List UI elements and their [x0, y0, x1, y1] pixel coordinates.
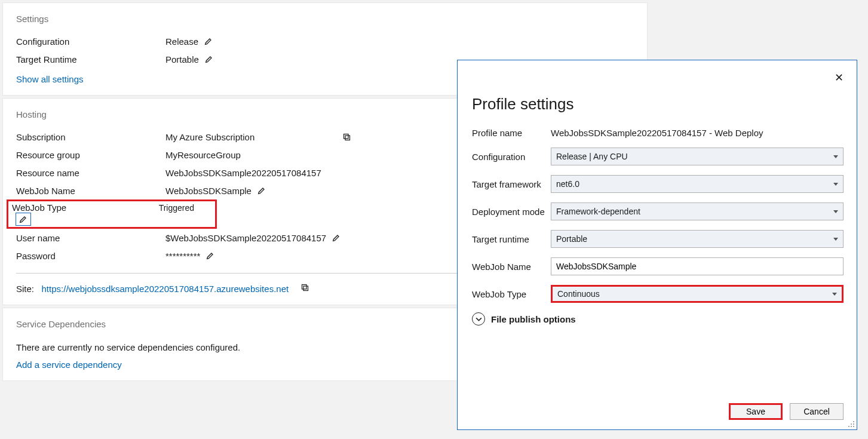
- chevron-down-icon: [833, 183, 838, 186]
- resource-group-label: Resource group: [16, 150, 165, 160]
- target-fw-select[interactable]: net6.0: [551, 175, 844, 193]
- edit-user-name-icon[interactable]: [331, 232, 342, 243]
- resource-group-value: MyResourceGroup: [165, 150, 241, 160]
- config-select-value: Release | Any CPU: [556, 152, 628, 161]
- runtime-label: Target Runtime: [16, 54, 165, 65]
- resource-name-label: Resource name: [16, 168, 165, 178]
- dlg-wj-name-label: WebJob Name: [472, 262, 551, 272]
- site-url-link[interactable]: https://webjobssdksample20220517084157.a…: [42, 284, 289, 294]
- dialog-title: Profile settings: [472, 95, 844, 113]
- chevron-down-icon: [832, 293, 837, 296]
- deploy-mode-label: Deployment mode: [472, 207, 551, 217]
- edit-config-icon[interactable]: [203, 36, 214, 47]
- runtime-value: Portable: [165, 54, 199, 65]
- copy-site-icon[interactable]: [299, 282, 310, 293]
- deploy-mode-select[interactable]: Framework-dependent: [551, 202, 844, 220]
- copy-subscription-icon[interactable]: [341, 131, 352, 142]
- webjob-type-value: Triggered: [159, 203, 194, 213]
- edit-runtime-icon[interactable]: [204, 54, 214, 65]
- edit-webjob-name-icon[interactable]: [256, 185, 267, 196]
- chevron-down-icon: [833, 238, 838, 241]
- resource-name-value: WebJobsSDKSample20220517084157: [165, 168, 321, 178]
- svg-point-5: [851, 423, 852, 425]
- target-rt-label: Target runtime: [472, 234, 551, 244]
- show-all-settings-link[interactable]: Show all settings: [16, 74, 84, 84]
- target-fw-row: Target framework net6.0: [472, 175, 844, 193]
- deploy-mode-value: Framework-dependent: [556, 207, 640, 216]
- webjob-name-input[interactable]: [551, 257, 844, 275]
- svg-rect-1: [343, 134, 348, 139]
- svg-rect-0: [345, 136, 350, 140]
- profile-name-label: Profile name: [472, 128, 551, 138]
- webjob-type-label: WebJob Type: [12, 202, 157, 213]
- svg-point-6: [853, 423, 854, 425]
- edit-password-icon[interactable]: [205, 250, 216, 261]
- chevron-down-icon: [833, 155, 838, 158]
- target-fw-value: net6.0: [556, 179, 579, 189]
- target-rt-value: Portable: [556, 234, 587, 244]
- profile-settings-dialog: ✕ Profile settings Profile name WebJobsS…: [457, 60, 857, 430]
- svg-rect-3: [302, 284, 306, 289]
- password-label: Password: [16, 251, 165, 261]
- profile-name-value: WebJobsSDKSample20220517084157 - Web Dep…: [551, 128, 763, 138]
- edit-webjob-type-highlight: [16, 213, 31, 226]
- chevron-down-icon: [833, 210, 838, 213]
- file-publish-options-toggle[interactable]: File publish options: [472, 312, 844, 326]
- edit-webjob-type-icon[interactable]: [18, 214, 29, 225]
- svg-rect-2: [303, 286, 308, 291]
- config-select[interactable]: Release | Any CPU: [551, 148, 844, 165]
- dialog-buttons: Save Cancel: [729, 403, 844, 420]
- resize-grip-icon[interactable]: [848, 420, 855, 428]
- webjob-type-select-value: Continuous: [557, 289, 600, 299]
- dlg-config-row: Configuration Release | Any CPU: [472, 148, 844, 165]
- target-rt-row: Target runtime Portable: [472, 230, 844, 248]
- svg-point-8: [851, 426, 852, 427]
- svg-point-7: [848, 426, 849, 427]
- subscription-value: My Azure Subscription: [165, 132, 333, 142]
- subscription-label: Subscription: [16, 132, 165, 142]
- profile-name-row: Profile name WebJobsSDKSample20220517084…: [472, 128, 844, 138]
- dlg-wj-type-label: WebJob Type: [472, 289, 551, 299]
- user-name-label: User name: [16, 233, 165, 243]
- dlg-wj-name-row: WebJob Name: [472, 257, 844, 275]
- settings-title: Settings: [16, 14, 634, 24]
- config-value: Release: [165, 36, 198, 47]
- webjob-name-value: WebJobsSDKSample: [165, 186, 251, 196]
- deploy-mode-row: Deployment mode Framework-dependent: [472, 202, 844, 220]
- add-dependency-link[interactable]: Add a service dependency: [16, 360, 122, 370]
- cancel-button[interactable]: Cancel: [790, 403, 844, 420]
- close-icon[interactable]: ✕: [835, 72, 844, 83]
- target-rt-select[interactable]: Portable: [551, 230, 844, 248]
- config-label: Configuration: [16, 36, 165, 47]
- user-name-value: $WebJobsSDKSample20220517084157: [165, 233, 326, 243]
- webjob-type-highlight: WebJob Type Triggered: [7, 199, 217, 229]
- site-label: Site:: [16, 284, 34, 294]
- dlg-config-label: Configuration: [472, 152, 551, 162]
- svg-point-9: [853, 426, 854, 427]
- save-button[interactable]: Save: [729, 403, 783, 420]
- webjob-name-label: WebJob Name: [16, 186, 165, 196]
- webjob-type-select[interactable]: Continuous: [551, 285, 844, 303]
- svg-point-4: [853, 421, 854, 422]
- password-value: **********: [165, 251, 200, 261]
- dlg-wj-type-row: WebJob Type Continuous: [472, 285, 844, 303]
- file-publish-options-label: File publish options: [491, 314, 576, 324]
- target-fw-label: Target framework: [472, 179, 551, 189]
- expand-chevron-icon: [472, 312, 485, 326]
- config-row: Configuration Release: [16, 32, 634, 50]
